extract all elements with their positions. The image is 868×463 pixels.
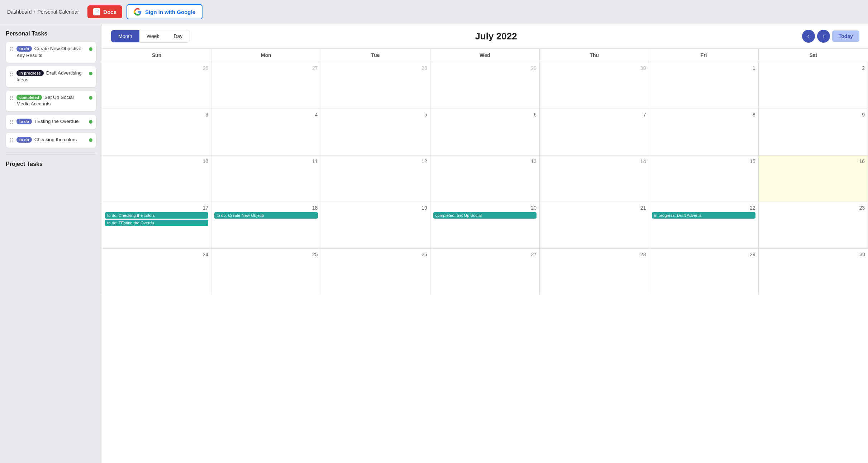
cal-cell-w4-d4[interactable]: 28 bbox=[540, 249, 649, 295]
cal-cell-w3-d5[interactable]: 22in progress: Draft Advertis bbox=[649, 202, 758, 249]
cal-cell-w3-d3[interactable]: 20completed: Set Up Social bbox=[430, 202, 540, 249]
drag-handle-5[interactable]: ⠿ bbox=[9, 137, 14, 144]
cal-cell-w4-d6[interactable]: 30 bbox=[759, 249, 868, 295]
view-month-button[interactable]: Month bbox=[111, 30, 139, 42]
day-num-w1-d2: 5 bbox=[324, 112, 427, 118]
view-day-button[interactable]: Day bbox=[166, 30, 190, 42]
task-badge-3: completed bbox=[16, 95, 42, 100]
day-num-w4-d4: 28 bbox=[543, 252, 646, 257]
next-month-button[interactable]: › bbox=[817, 30, 830, 43]
day-num-w4-d6: 30 bbox=[762, 252, 865, 257]
cal-cell-w0-d3[interactable]: 29 bbox=[430, 62, 540, 109]
day-num-w0-d2: 28 bbox=[324, 65, 427, 71]
cal-cell-w2-d4[interactable]: 14 bbox=[540, 156, 649, 202]
dow-mon: Mon bbox=[211, 49, 321, 62]
docs-icon: 📄 bbox=[93, 8, 100, 15]
cal-event-w3-d3-e0[interactable]: completed: Set Up Social bbox=[433, 212, 536, 219]
cal-cell-w4-d5[interactable]: 29 bbox=[649, 249, 758, 295]
task-content-4: to do TEsting the Overdue bbox=[16, 118, 86, 125]
cal-cell-w2-d1[interactable]: 11 bbox=[211, 156, 321, 202]
day-num-w3-d6: 23 bbox=[762, 205, 865, 211]
cal-cell-w4-d2[interactable]: 26 bbox=[321, 249, 430, 295]
cal-cell-w1-d0[interactable]: 3 bbox=[102, 109, 211, 156]
task-item-5[interactable]: ⠿ to do Checking the colors bbox=[6, 133, 96, 148]
view-week-button[interactable]: Week bbox=[139, 30, 167, 42]
day-num-w1-d5: 8 bbox=[652, 112, 755, 118]
view-toggle: Month Week Day bbox=[111, 30, 190, 43]
cal-cell-w1-d2[interactable]: 5 bbox=[321, 109, 430, 156]
calendar-area: Month Week Day July 2022 ‹ › Today Sun M… bbox=[102, 24, 868, 463]
cal-event-w3-d0-e0[interactable]: to do: Checking the colors bbox=[105, 212, 208, 219]
cal-event-w3-d0-e1[interactable]: to do: TEsting the Overdu bbox=[105, 220, 208, 226]
day-num-w1-d1: 4 bbox=[214, 112, 318, 118]
cal-cell-w0-d4[interactable]: 30 bbox=[540, 62, 649, 109]
cal-cell-w3-d0[interactable]: 17to do: Checking the colorsto do: TEsti… bbox=[102, 202, 211, 249]
breadcrumb-dashboard[interactable]: Dashboard bbox=[7, 9, 32, 15]
task-content-1: to do Create New Objective Key Results bbox=[16, 46, 86, 59]
google-signin-button[interactable]: Sign in with Google bbox=[127, 4, 202, 19]
cal-cell-w2-d0[interactable]: 10 bbox=[102, 156, 211, 202]
nav-group: ‹ › Today bbox=[802, 30, 859, 43]
dow-sat: Sat bbox=[759, 49, 868, 62]
task-item-1[interactable]: ⠿ to do Create New Objective Key Results bbox=[6, 42, 96, 63]
task-content-2: in progress Draft Advertising Ideas bbox=[16, 70, 86, 83]
cal-cell-w2-d2[interactable]: 12 bbox=[321, 156, 430, 202]
day-num-w2-d4: 14 bbox=[543, 158, 646, 164]
cal-cell-w1-d6[interactable]: 9 bbox=[759, 109, 868, 156]
day-num-w2-d5: 15 bbox=[652, 158, 755, 164]
cal-event-w3-d5-e0[interactable]: in progress: Draft Advertis bbox=[652, 212, 755, 219]
cal-event-w3-d1-e0[interactable]: to do: Create New Objecti bbox=[214, 212, 318, 219]
breadcrumb-personal-calendar[interactable]: Personal Calendar bbox=[37, 9, 79, 15]
cal-cell-w3-d4[interactable]: 21 bbox=[540, 202, 649, 249]
task-content-3: completed Set Up Social Media Accounts bbox=[16, 94, 86, 108]
cal-cell-w1-d1[interactable]: 4 bbox=[211, 109, 321, 156]
day-num-w2-d3: 13 bbox=[433, 158, 536, 164]
docs-button[interactable]: 📄 Docs bbox=[87, 5, 122, 18]
cal-cell-w2-d5[interactable]: 15 bbox=[649, 156, 758, 202]
cal-cell-w4-d3[interactable]: 27 bbox=[430, 249, 540, 295]
cal-cell-w4-d1[interactable]: 25 bbox=[211, 249, 321, 295]
task-dot-3 bbox=[89, 96, 92, 100]
day-num-w3-d2: 19 bbox=[324, 205, 427, 211]
day-num-w0-d4: 30 bbox=[543, 65, 646, 71]
google-signin-label: Sign in with Google bbox=[145, 9, 195, 15]
drag-handle-1[interactable]: ⠿ bbox=[9, 46, 14, 53]
day-num-w4-d3: 27 bbox=[433, 252, 536, 257]
cal-cell-w1-d3[interactable]: 6 bbox=[430, 109, 540, 156]
cal-cell-w3-d1[interactable]: 18to do: Create New Objecti bbox=[211, 202, 321, 249]
cal-cell-w0-d5[interactable]: 1 bbox=[649, 62, 758, 109]
day-num-w4-d0: 24 bbox=[105, 252, 208, 257]
cal-cell-w0-d0[interactable]: 26 bbox=[102, 62, 211, 109]
prev-month-button[interactable]: ‹ bbox=[802, 30, 815, 43]
task-badge-4: to do bbox=[16, 119, 32, 124]
drag-handle-3[interactable]: ⠿ bbox=[9, 95, 14, 102]
cal-cell-w2-d6[interactable]: 16 bbox=[759, 156, 868, 202]
day-num-w1-d3: 6 bbox=[433, 112, 536, 118]
dow-sun: Sun bbox=[102, 49, 211, 62]
day-num-w0-d5: 1 bbox=[652, 65, 755, 71]
cal-cell-w2-d3[interactable]: 13 bbox=[430, 156, 540, 202]
day-num-w3-d0: 17 bbox=[105, 205, 208, 211]
cal-cell-w4-d0[interactable]: 24 bbox=[102, 249, 211, 295]
task-item-4[interactable]: ⠿ to do TEsting the Overdue bbox=[6, 115, 96, 129]
day-num-w3-d4: 21 bbox=[543, 205, 646, 211]
task-dot-5 bbox=[89, 138, 92, 142]
drag-handle-2[interactable]: ⠿ bbox=[9, 71, 14, 77]
personal-tasks-title: Personal Tasks bbox=[6, 30, 96, 37]
task-dot-1 bbox=[89, 47, 92, 51]
sidebar: Personal Tasks ⠿ to do Create New Object… bbox=[0, 24, 102, 463]
task-dot-2 bbox=[89, 72, 92, 75]
task-item-3[interactable]: ⠿ completed Set Up Social Media Accounts bbox=[6, 91, 96, 111]
drag-handle-4[interactable]: ⠿ bbox=[9, 119, 14, 126]
cal-cell-w0-d2[interactable]: 28 bbox=[321, 62, 430, 109]
cal-cell-w1-d4[interactable]: 7 bbox=[540, 109, 649, 156]
cal-cell-w0-d1[interactable]: 27 bbox=[211, 62, 321, 109]
cal-cell-w0-d6[interactable]: 2 bbox=[759, 62, 868, 109]
cal-cell-w1-d5[interactable]: 8 bbox=[649, 109, 758, 156]
task-item-2[interactable]: ⠿ in progress Draft Advertising Ideas bbox=[6, 66, 96, 87]
today-button[interactable]: Today bbox=[832, 30, 859, 42]
cal-cell-w3-d6[interactable]: 23 bbox=[759, 202, 868, 249]
day-num-w2-d0: 10 bbox=[105, 158, 208, 164]
docs-label: Docs bbox=[103, 9, 116, 15]
cal-cell-w3-d2[interactable]: 19 bbox=[321, 202, 430, 249]
